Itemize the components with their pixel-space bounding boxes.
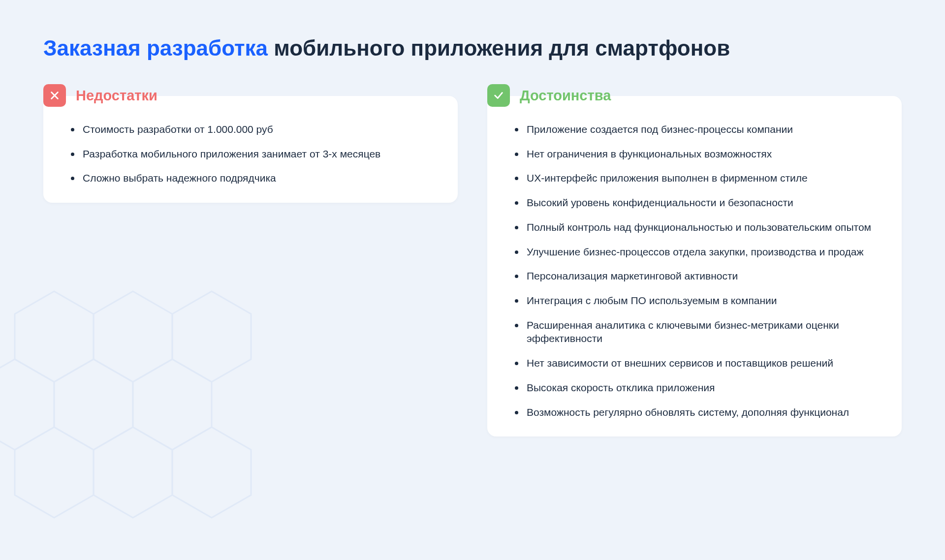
pros-card: Приложение создается под бизнес-процессы… bbox=[487, 96, 902, 436]
list-item: Нет зависимости от внешних сервисов и по… bbox=[515, 356, 877, 370]
list-item: Возможность регулярно обновлять систему,… bbox=[515, 405, 877, 419]
cross-icon bbox=[43, 84, 66, 107]
slide: Заказная разработка мобильного приложени… bbox=[0, 0, 945, 560]
cons-column: Недостатки Стоимость разработки от 1.000… bbox=[43, 84, 458, 203]
list-item: Нет ограничения в функциональных возможн… bbox=[515, 147, 877, 161]
check-icon bbox=[487, 84, 510, 107]
pros-column: Достоинства Приложение создается под биз… bbox=[487, 84, 902, 436]
list-item: UX-интерфейс приложения выполнен в фирме… bbox=[515, 171, 877, 185]
columns: Недостатки Стоимость разработки от 1.000… bbox=[43, 84, 902, 436]
list-item: Стоимость разработки от 1.000.000 руб bbox=[71, 123, 433, 136]
list-item: Улучшение бизнес-процессов отдела закупк… bbox=[515, 245, 877, 259]
cons-header: Недостатки bbox=[43, 84, 458, 107]
list-item: Расширенная аналитика с ключевыми бизнес… bbox=[515, 318, 877, 345]
cons-list: Стоимость разработки от 1.000.000 рубРаз… bbox=[71, 123, 433, 185]
title-accent: Заказная разработка bbox=[43, 36, 268, 60]
list-item: Высокий уровень конфиденциальности и без… bbox=[515, 196, 877, 210]
list-item: Высокая скорость отклика приложения bbox=[515, 381, 877, 395]
cons-card: Стоимость разработки от 1.000.000 рубРаз… bbox=[43, 96, 458, 203]
cons-heading: Недостатки bbox=[76, 88, 158, 104]
title-rest: мобильного приложения для смартфонов bbox=[268, 36, 730, 60]
pros-heading: Достоинства bbox=[520, 88, 611, 104]
pros-list: Приложение создается под бизнес-процессы… bbox=[515, 123, 877, 419]
list-item: Персонализация маркетинговой активности bbox=[515, 269, 877, 283]
list-item: Полный контроль над функциональностью и … bbox=[515, 220, 877, 234]
list-item: Интеграция с любым ПО используемым в ком… bbox=[515, 294, 877, 308]
list-item: Приложение создается под бизнес-процессы… bbox=[515, 123, 877, 136]
pros-header: Достоинства bbox=[487, 84, 902, 107]
page-title: Заказная разработка мобильного приложени… bbox=[43, 34, 902, 62]
list-item: Сложно выбрать надежного подрядчика bbox=[71, 171, 433, 185]
list-item: Разработка мобильного приложения занимае… bbox=[71, 147, 433, 161]
